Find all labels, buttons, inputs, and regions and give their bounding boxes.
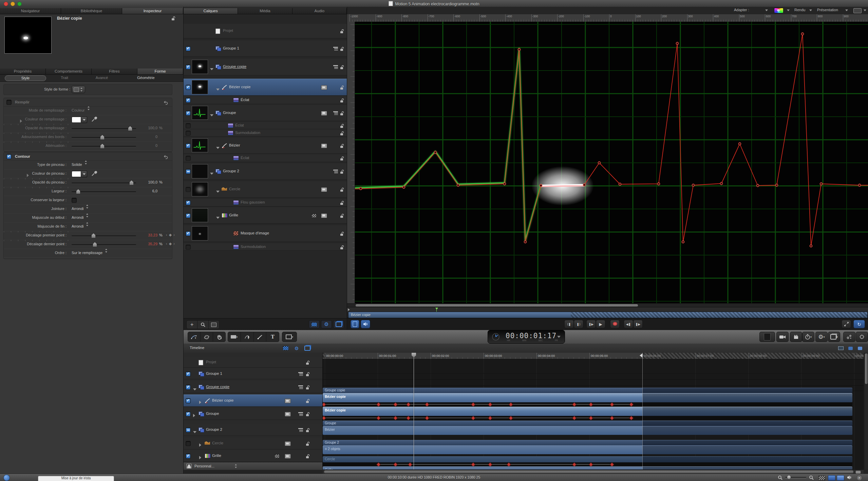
unlock-icon[interactable]: [340, 169, 344, 175]
keyframe-record-panel-button[interactable]: [759, 332, 775, 342]
unlock-icon[interactable]: [340, 85, 344, 91]
show-filters-button[interactable]: [333, 320, 344, 328]
keyframe-diamond[interactable]: [425, 416, 429, 420]
field-checkbox[interactable]: [72, 198, 77, 203]
tab-navigateur[interactable]: Navigateur: [0, 8, 61, 14]
timecode-dropdown-arrow-icon[interactable]: [557, 336, 561, 338]
view-layout-arrow-icon[interactable]: [864, 9, 866, 11]
tab-filtres[interactable]: Filtres: [92, 69, 137, 74]
timeline-ruler[interactable]: 00:00:00:0000:00:01:0000:00:02:0000:00:0…: [323, 353, 864, 359]
keyframe-diamond[interactable]: [572, 402, 577, 407]
popup-stepper-icon[interactable]: [85, 160, 87, 165]
popup-value[interactable]: Arrondi: [72, 215, 83, 219]
visibility-checkbox[interactable]: [186, 200, 191, 205]
visibility-checkbox[interactable]: [186, 427, 191, 432]
track-bar-groupe[interactable]: Groupe: [323, 421, 852, 426]
keyframe-diamond[interactable]: [323, 416, 326, 420]
disclosure-triangle[interactable]: [193, 386, 196, 392]
zoom-slider[interactable]: [785, 477, 806, 478]
visibility-checkbox[interactable]: [186, 64, 191, 70]
layer-row-cercle[interactable]: Cercle: [184, 181, 347, 198]
track-bar-groupe-copie[interactable]: Groupe copie: [323, 388, 852, 393]
rectangle-tool[interactable]: ▾: [228, 332, 241, 342]
track-bar-b-zier-copie[interactable]: Bézier copie: [323, 407, 852, 416]
keyframe-nav[interactable]: ‹ ◆ ›: [166, 242, 175, 246]
slider-handle[interactable]: [93, 242, 97, 247]
visibility-checkbox[interactable]: [186, 123, 191, 128]
keyframe-diamond[interactable]: [572, 462, 577, 467]
tl-layer-row-groupe[interactable]: Groupe: [184, 408, 322, 420]
layer-row-groupe-copie[interactable]: Groupe copie: [184, 59, 347, 75]
unlock-icon[interactable]: [340, 213, 344, 219]
unlock-icon[interactable]: [340, 156, 344, 162]
fill-section-reset-button[interactable]: [164, 100, 168, 106]
disclosure-triangle[interactable]: [210, 65, 213, 72]
canvas-scrub-strip[interactable]: [347, 307, 868, 312]
visibility-checkbox[interactable]: [186, 111, 191, 116]
slider-handle[interactable]: [100, 135, 104, 139]
keyframe-diamond[interactable]: [393, 462, 398, 467]
disclosure-triangle[interactable]: [216, 86, 220, 92]
visibility-checkbox[interactable]: [186, 385, 191, 390]
keyframe-diamond[interactable]: [376, 416, 381, 420]
tl-layer-row-b-zier-copie[interactable]: Bézier copie: [184, 395, 322, 407]
keyframe-diamond[interactable]: [572, 416, 577, 420]
layer-row-masque-d-image[interactable]: Masque d'image: [184, 225, 347, 242]
keyframe-diamond[interactable]: [629, 416, 634, 420]
keyframe-diamond[interactable]: [589, 402, 593, 407]
canvas-playhead-marker[interactable]: [435, 308, 438, 310]
scrub-left-arrow-icon[interactable]: [348, 308, 350, 311]
loop-button[interactable]: ↻: [853, 320, 865, 328]
visibility-checkbox[interactable]: [186, 398, 191, 403]
timeline-v-scroll-handle[interactable]: [865, 353, 868, 384]
disclosure-triangle[interactable]: [210, 170, 213, 176]
layer-row-b-zier[interactable]: Bézier: [184, 137, 347, 154]
tab-propriétés[interactable]: Propriétés: [0, 69, 46, 74]
crop-frame-tool[interactable]: ▾: [282, 332, 297, 342]
keyframe-diamond[interactable]: [471, 416, 475, 420]
tl-mini-blue-2[interactable]: [856, 345, 864, 351]
tab-comportements[interactable]: Comportements: [46, 69, 92, 74]
disclosure-triangle[interactable]: [199, 442, 201, 448]
screen-blue-2-button[interactable]: [837, 475, 844, 481]
unlock-icon[interactable]: [306, 454, 310, 460]
visibility-checkbox[interactable]: [186, 143, 191, 148]
lock-icon[interactable]: [171, 16, 175, 22]
timer-button[interactable]: ▾: [802, 332, 814, 342]
zoom-dropdown-arrow-icon[interactable]: [765, 9, 768, 11]
keyframe-diamond[interactable]: [488, 416, 492, 420]
filters-film-button[interactable]: ▾: [828, 332, 840, 342]
visibility-checkbox[interactable]: [186, 85, 191, 90]
disclosure-triangle[interactable]: [199, 455, 201, 461]
record-button[interactable]: [610, 320, 620, 328]
color-well[interactable]: [72, 116, 87, 123]
popup-value[interactable]: Arrondi: [72, 207, 83, 211]
visibility-checkbox[interactable]: [186, 231, 191, 236]
tl-checker-icon[interactable]: [281, 345, 290, 351]
unlock-icon[interactable]: [340, 245, 344, 251]
render-menu[interactable]: Rendu: [794, 8, 805, 12]
tab-calques[interactable]: Calques: [184, 8, 238, 14]
unlock-icon[interactable]: [306, 412, 310, 418]
apply-button[interactable]: [209, 321, 219, 329]
unlock-icon[interactable]: [306, 441, 310, 447]
render-arrow-icon[interactable]: [809, 9, 812, 11]
visibility-checkbox[interactable]: [186, 213, 191, 218]
unlock-icon[interactable]: [340, 131, 344, 137]
particles-button[interactable]: [843, 332, 855, 342]
subtab-trait[interactable]: Trait: [54, 75, 75, 80]
layer-row-surmodulation[interactable]: Surmodulation: [184, 243, 347, 251]
canvas-h-scroll-handle[interactable]: [356, 304, 638, 307]
keyframe-diamond[interactable]: [393, 402, 398, 407]
play-from-start-button[interactable]: ❚▶: [586, 320, 596, 328]
tab-inspecteur[interactable]: Inspecteur: [122, 8, 183, 14]
zoom-out-icon[interactable]: [778, 475, 782, 481]
tab-audio[interactable]: Audio: [293, 8, 347, 14]
disclosure-triangle[interactable]: [193, 428, 196, 435]
keyframe-diamond[interactable]: [610, 416, 614, 420]
camera-button[interactable]: [776, 332, 789, 342]
unlock-icon[interactable]: [340, 187, 344, 193]
keyframe-diamond[interactable]: [406, 402, 411, 407]
visibility-checkbox[interactable]: [186, 371, 191, 377]
frame-back-button[interactable]: ◀❚: [624, 320, 633, 328]
